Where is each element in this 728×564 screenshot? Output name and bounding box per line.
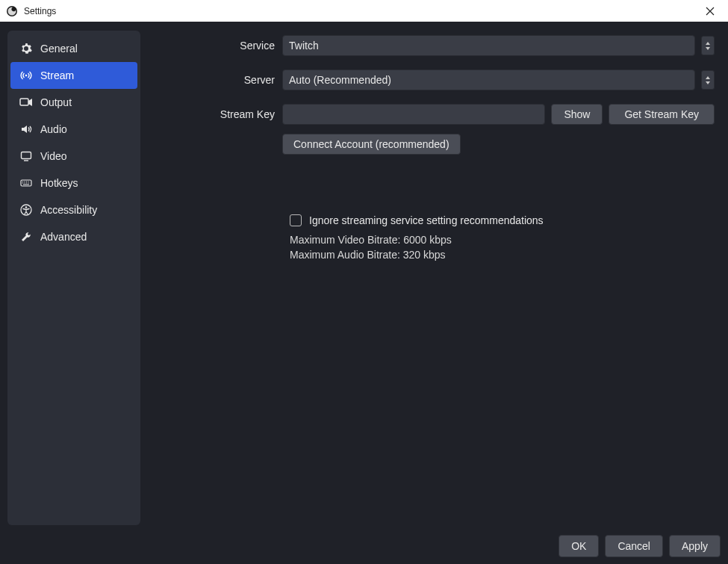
streamkey-label: Stream Key	[155, 108, 282, 120]
sidebar-item-audio[interactable]: Audio	[10, 116, 137, 143]
connect-account-button[interactable]: Connect Account (recommended)	[282, 134, 461, 155]
obs-app-icon	[6, 5, 18, 17]
streamkey-input[interactable]	[282, 104, 545, 125]
ignore-recommendations-row: Ignore streaming service setting recomme…	[290, 214, 715, 226]
speaker-icon	[19, 123, 33, 136]
sidebar-item-label: Advanced	[40, 231, 87, 243]
max-audio-bitrate-text: Maximum Audio Bitrate: 320 kbps	[290, 247, 715, 262]
service-select[interactable]: Twitch	[282, 35, 695, 56]
sidebar-item-label: Output	[40, 96, 72, 108]
monitor-icon	[19, 149, 33, 163]
svg-point-6	[25, 206, 28, 208]
server-spin[interactable]	[701, 70, 715, 90]
server-value: Auto (Recommended)	[289, 74, 391, 86]
sidebar-item-label: Accessibility	[40, 204, 97, 216]
server-row: Server Auto (Recommended)	[155, 69, 715, 90]
gear-icon	[19, 42, 33, 55]
svg-rect-2	[20, 99, 28, 105]
server-label: Server	[155, 74, 282, 86]
accessibility-icon	[19, 203, 33, 217]
sidebar-item-label: Video	[40, 150, 67, 162]
get-stream-key-button[interactable]: Get Stream Key	[609, 104, 715, 125]
sidebar-item-label: Stream	[40, 69, 74, 81]
sidebar-item-stream[interactable]: Stream	[10, 62, 137, 89]
service-label: Service	[155, 40, 282, 52]
show-button[interactable]: Show	[551, 104, 603, 125]
max-video-bitrate-text: Maximum Video Bitrate: 6000 kbps	[290, 232, 715, 247]
tools-icon	[19, 230, 33, 244]
window-title: Settings	[24, 6, 56, 16]
keyboard-icon	[19, 176, 33, 190]
connect-row: Connect Account (recommended)	[155, 134, 715, 155]
sidebar-item-label: Hotkeys	[40, 177, 78, 189]
server-select[interactable]: Auto (Recommended)	[282, 69, 695, 90]
stream-settings-panel: Service Twitch Server Auto (Recommended)…	[149, 31, 721, 525]
sidebar-item-label: General	[40, 43, 78, 55]
antenna-icon	[19, 69, 33, 82]
sidebar-item-advanced[interactable]: Advanced	[10, 223, 137, 250]
window-close-button[interactable]	[697, 0, 724, 22]
sidebar-item-general[interactable]: General	[10, 35, 137, 62]
sidebar-item-video[interactable]: Video	[10, 143, 137, 170]
settings-sidebar: General Stream Output Audio Video	[7, 31, 140, 525]
cancel-button[interactable]: Cancel	[605, 535, 663, 557]
svg-point-1	[25, 75, 28, 77]
dialog-footer: OK Cancel Apply	[0, 528, 728, 564]
service-value: Twitch	[289, 40, 319, 52]
ignore-recommendations-label: Ignore streaming service setting recomme…	[309, 214, 544, 226]
ignore-recommendations-checkbox[interactable]	[290, 214, 302, 226]
svg-rect-3	[22, 152, 31, 159]
titlebar: Settings	[0, 0, 728, 22]
app-body: General Stream Output Audio Video	[0, 22, 728, 564]
sidebar-item-label: Audio	[40, 123, 67, 135]
sidebar-item-output[interactable]: Output	[10, 89, 137, 116]
output-icon	[19, 96, 33, 109]
sidebar-item-accessibility[interactable]: Accessibility	[10, 196, 137, 223]
sidebar-item-hotkeys[interactable]: Hotkeys	[10, 170, 137, 196]
streamkey-row: Stream Key Show Get Stream Key	[155, 104, 715, 125]
ok-button[interactable]: OK	[559, 535, 599, 557]
service-spin[interactable]	[701, 36, 715, 55]
apply-button[interactable]: Apply	[669, 535, 721, 557]
service-row: Service Twitch	[155, 35, 715, 56]
